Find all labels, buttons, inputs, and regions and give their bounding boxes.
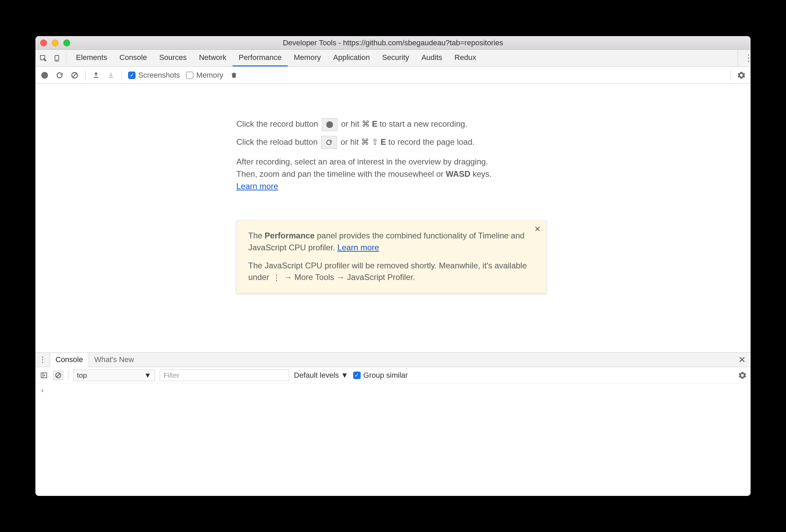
log-levels-selector[interactable]: Default levels ▼: [294, 371, 348, 380]
tab-console[interactable]: Console: [113, 50, 153, 66]
js-profiler-text: JavaScript Profiler.: [347, 272, 415, 282]
capture-settings-icon[interactable]: [737, 71, 746, 80]
clear-button[interactable]: [70, 71, 79, 80]
cmd-key: ⌘: [362, 120, 370, 128]
tab-audits[interactable]: Audits: [415, 50, 448, 66]
zoom-hint-pre: Then, zoom and pan the timeline with the…: [236, 169, 446, 178]
reload-hint-button[interactable]: [321, 136, 337, 149]
devtools-window: Developer Tools - https://github.com/sbe…: [35, 36, 751, 496]
shift-key: ⇧: [372, 138, 378, 146]
garbage-collect-button[interactable]: [230, 71, 238, 80]
save-profile-button[interactable]: [107, 71, 115, 80]
svg-line-12: [57, 374, 60, 377]
record-hint-post: or hit: [341, 119, 361, 128]
performance-panel: Click the record button or hit ⌘ E to st…: [35, 84, 751, 352]
console-toolbar: top ▼ Filter Default levels ▼ ✓ Group si…: [35, 367, 751, 384]
drawer-tab-whats-new[interactable]: What's New: [89, 353, 140, 367]
tab-performance[interactable]: Performance: [233, 50, 288, 66]
tab-security[interactable]: Security: [376, 50, 415, 66]
tab-redux[interactable]: Redux: [449, 50, 483, 66]
main-menu-icon[interactable]: ⋮: [738, 50, 747, 66]
console-output[interactable]: ›: [35, 384, 751, 496]
kebab-icon-inline: ⋮: [273, 272, 280, 283]
window-title: Developer Tools - https://github.com/sbe…: [35, 38, 751, 47]
dropdown-arrow-icon: ▼: [341, 371, 348, 380]
drawer-tab-console[interactable]: Console: [50, 353, 89, 367]
record-hint-end: to start a new recording.: [380, 119, 467, 128]
group-similar-label: Group similar: [363, 371, 408, 380]
clear-console-button[interactable]: [53, 371, 63, 380]
cmd-key-2: ⌘: [361, 138, 369, 146]
filter-placeholder: Filter: [163, 371, 179, 379]
svg-line-4: [73, 73, 77, 77]
instructions: Click the record button or hit ⌘ E to st…: [236, 118, 526, 197]
drawer-menu-icon[interactable]: ⋮: [35, 355, 50, 364]
device-toolbar-icon[interactable]: [52, 54, 61, 63]
tab-elements[interactable]: Elements: [70, 50, 113, 66]
panel-tabs: Elements Console Sources Network Perform…: [70, 50, 482, 66]
more-tools-text: More Tools: [294, 272, 334, 282]
reload-hint-end: to record the page load.: [388, 137, 475, 146]
screenshots-checkbox[interactable]: ✓ Screenshots: [128, 71, 180, 80]
reload-hint-post: or hit: [341, 137, 361, 146]
record-hint-pre: Click the record button: [236, 119, 320, 128]
dropdown-arrow-icon: ▼: [144, 371, 151, 379]
drawer-tabbar: ⋮ Console What's New ✕: [35, 352, 751, 367]
tab-memory[interactable]: Memory: [288, 50, 327, 66]
drag-hint: After recording, select an area of inter…: [236, 157, 488, 166]
tab-network[interactable]: Network: [193, 50, 233, 66]
memory-label: Memory: [196, 71, 223, 80]
load-profile-button[interactable]: [92, 71, 100, 80]
close-notice-button[interactable]: ✕: [534, 224, 540, 235]
console-prompt: ›: [40, 386, 44, 394]
window-titlebar: Developer Tools - https://github.com/sbe…: [35, 36, 751, 50]
reload-hint-pre: Click the reload button: [236, 137, 320, 146]
drawer-close-button[interactable]: ✕: [738, 355, 746, 365]
console-settings-icon[interactable]: [738, 371, 746, 379]
group-similar-checkbox[interactable]: ✓ Group similar: [353, 371, 408, 380]
show-console-sidebar-icon[interactable]: [40, 371, 48, 380]
performance-toolbar: ✓ Screenshots Memory: [35, 67, 751, 84]
inspect-element-icon[interactable]: [39, 54, 48, 63]
zoom-hint-post: keys.: [470, 169, 492, 178]
svg-rect-5: [94, 77, 98, 78]
info-notice: ✕ The Performance panel provides the com…: [236, 220, 546, 293]
console-filter-input[interactable]: Filter: [160, 370, 289, 381]
svg-rect-6: [109, 77, 113, 78]
notice-p1-bold: Performance: [265, 231, 315, 240]
tab-application[interactable]: Application: [327, 50, 376, 66]
e-key: E: [372, 119, 377, 128]
main-toolbar: Elements Console Sources Network Perform…: [35, 50, 751, 67]
memory-checkbox[interactable]: Memory: [186, 71, 223, 80]
log-levels-label: Default levels: [294, 371, 339, 380]
tab-sources[interactable]: Sources: [153, 50, 193, 66]
notice-learn-more-link[interactable]: Learn more: [337, 243, 379, 252]
e-key-2: E: [381, 137, 386, 146]
screenshots-label: Screenshots: [138, 71, 180, 80]
svg-rect-8: [232, 73, 236, 74]
execution-context-value: top: [77, 371, 87, 379]
learn-more-link[interactable]: Learn more: [236, 182, 278, 191]
execution-context-selector[interactable]: top ▼: [73, 370, 155, 381]
record-button[interactable]: [40, 71, 49, 80]
notice-p1-pre: The: [248, 231, 265, 240]
record-hint-button[interactable]: [322, 118, 337, 131]
reload-record-button[interactable]: [55, 71, 64, 80]
wasd-keys: WASD: [446, 169, 470, 178]
